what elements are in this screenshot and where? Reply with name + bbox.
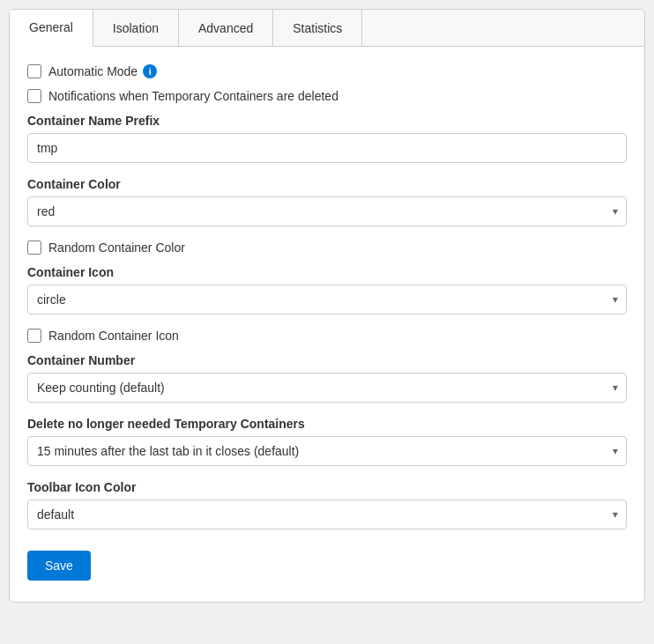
tab-general[interactable]: General: [10, 10, 93, 47]
automatic-mode-checkbox[interactable]: [27, 64, 41, 78]
automatic-mode-info-icon[interactable]: i: [143, 64, 157, 78]
random-container-icon-label[interactable]: Random Container Icon: [48, 329, 179, 343]
random-container-color-checkbox[interactable]: [27, 241, 41, 255]
automatic-mode-row: Automatic Mode i: [27, 64, 627, 78]
notifications-label[interactable]: Notifications when Temporary Containers …: [48, 89, 338, 103]
tab-isolation[interactable]: Isolation: [93, 10, 179, 46]
save-button[interactable]: Save: [27, 551, 91, 581]
container-name-prefix-label: Container Name Prefix: [27, 114, 627, 128]
container-icon-label: Container Icon: [27, 265, 627, 279]
delete-temp-containers-select-wrapper: Never Instantly 5 seconds after the last…: [27, 436, 627, 466]
container-icon-group: Container Icon circle briefcase dollar c…: [27, 265, 627, 315]
tab-statistics[interactable]: Statistics: [273, 10, 362, 46]
random-container-icon-checkbox[interactable]: [27, 329, 41, 343]
toolbar-icon-color-group: Toolbar Icon Color default black white b…: [27, 480, 627, 529]
delete-temp-containers-label: Delete no longer needed Temporary Contai…: [27, 417, 627, 431]
delete-temp-containers-select[interactable]: Never Instantly 5 seconds after the last…: [27, 436, 627, 466]
container-icon-select-wrapper: circle briefcase dollar cart vacation gi…: [27, 285, 627, 315]
container-icon-select[interactable]: circle briefcase dollar cart vacation gi…: [27, 285, 627, 315]
container-color-select[interactable]: red blue green yellow orange purple pink…: [27, 196, 627, 226]
container-name-prefix-input[interactable]: [27, 133, 627, 163]
random-container-icon-row: Random Container Icon: [27, 329, 627, 343]
toolbar-icon-color-select[interactable]: default black white blue red green: [27, 500, 627, 529]
notifications-checkbox[interactable]: [27, 89, 41, 103]
container-number-label: Container Number: [27, 353, 627, 367]
toolbar-icon-color-label: Toolbar Icon Color: [27, 480, 627, 494]
notifications-row: Notifications when Temporary Containers …: [27, 89, 627, 103]
tab-content: Automatic Mode i Notifications when Temp…: [10, 47, 644, 602]
container-number-group: Container Number Keep counting (default)…: [27, 353, 627, 403]
settings-container: General Isolation Advanced Statistics Au…: [9, 9, 645, 603]
container-color-label: Container Color: [27, 177, 627, 191]
container-color-select-wrapper: red blue green yellow orange purple pink…: [27, 196, 627, 226]
automatic-mode-label[interactable]: Automatic Mode i: [48, 64, 157, 78]
delete-temp-containers-group: Delete no longer needed Temporary Contai…: [27, 417, 627, 466]
tab-advanced[interactable]: Advanced: [179, 10, 273, 46]
random-container-color-row: Random Container Color: [27, 241, 627, 255]
tabs-bar: General Isolation Advanced Statistics: [10, 10, 644, 47]
container-number-select[interactable]: Keep counting (default) Start from 1 Ran…: [27, 373, 627, 403]
random-container-color-label[interactable]: Random Container Color: [48, 241, 185, 255]
container-name-prefix-group: Container Name Prefix: [27, 114, 627, 163]
container-color-group: Container Color red blue green yellow or…: [27, 177, 627, 226]
toolbar-icon-color-select-wrapper: default black white blue red green ▾: [27, 500, 627, 529]
container-number-select-wrapper: Keep counting (default) Start from 1 Ran…: [27, 373, 627, 403]
